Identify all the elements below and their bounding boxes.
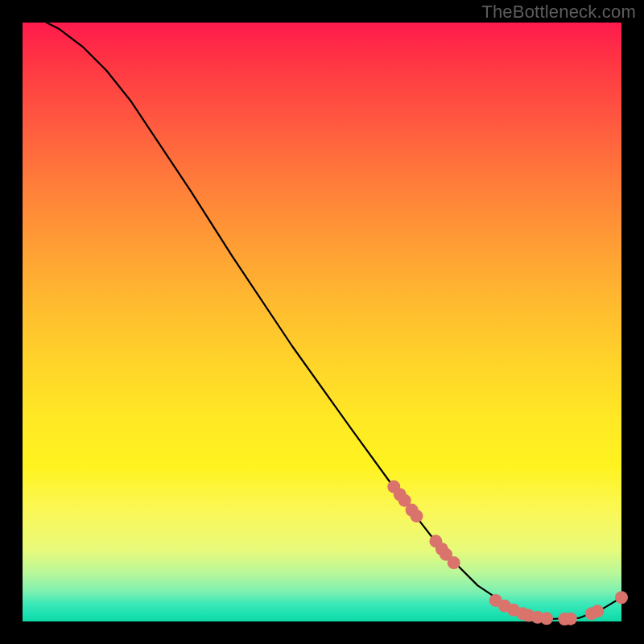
curve-marker (540, 612, 553, 625)
curve-marker (615, 591, 628, 604)
chart-stage: TheBottleneck.com (0, 0, 644, 644)
curve-markers (387, 481, 628, 625)
curve-marker (448, 556, 460, 569)
curve-marker (411, 510, 423, 522)
chart-plot-area (23, 23, 621, 621)
curve-marker (591, 605, 604, 617)
chart-svg (23, 23, 621, 621)
bottleneck-curve (47, 23, 621, 619)
watermark-text: TheBottleneck.com (481, 2, 636, 23)
curve-marker (564, 613, 577, 625)
